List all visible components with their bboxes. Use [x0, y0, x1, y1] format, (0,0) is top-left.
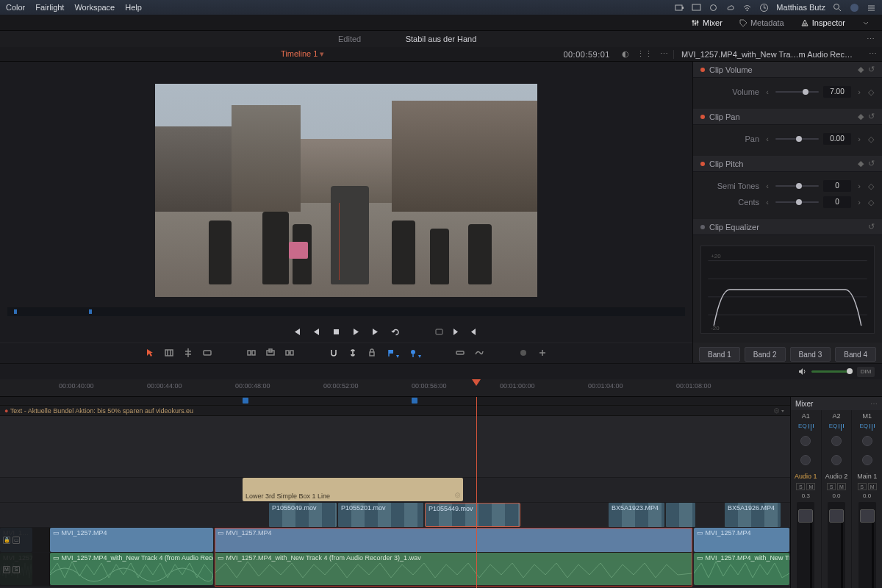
enable-dot-icon[interactable] — [700, 162, 705, 166]
a1-lane[interactable]: MS MVI_1257… ▭ MVI_1257.MP4_with_New Tra… — [0, 553, 790, 587]
mixer-options[interactable]: ⋯ — [870, 400, 878, 408]
eq-indicator[interactable]: EQ — [829, 423, 845, 431]
nudge-right-icon[interactable]: › — [856, 135, 863, 143]
header-options[interactable]: ⋯ — [867, 35, 875, 44]
mute-button[interactable]: M — [837, 483, 846, 490]
fader[interactable] — [828, 502, 845, 588]
timeline-name[interactable]: Timeline 1 ▾ — [272, 49, 333, 59]
menu-help[interactable]: Help — [125, 3, 142, 12]
metadata-toggle[interactable]: Metadata — [734, 17, 789, 29]
range-tool[interactable] — [164, 348, 174, 359]
reset-icon[interactable]: ↺ — [868, 222, 875, 232]
add-keyframe-icon[interactable]: ◆ — [858, 65, 864, 74]
track-head-a1[interactable]: MS — [0, 553, 50, 586]
v2-lane-title[interactable]: Lower 3rd Simple Box 1 Line ⦾ — [0, 478, 790, 503]
collapse-icon[interactable]: ⦾ ▾ — [774, 406, 784, 416]
arrow-tool[interactable] — [145, 348, 155, 359]
prev-clip-icon[interactable] — [292, 327, 301, 337]
gain-knob[interactable] — [862, 455, 872, 465]
timeline-ruler[interactable]: 00:00:40:0000:00:44:0000:00:48:0000:00:5… — [0, 379, 882, 397]
band-2-button[interactable]: Band 2 — [745, 347, 786, 362]
playhead-icon[interactable] — [472, 379, 481, 386]
blade-tool[interactable] — [183, 348, 193, 359]
marker-icon[interactable] — [243, 398, 248, 404]
pan-knob[interactable] — [831, 436, 842, 446]
audio-clip[interactable]: ▭ MVI_1257.MP4_with_New Track 4 (from Au… — [50, 553, 213, 585]
search-icon[interactable] — [833, 3, 842, 12]
play-icon[interactable] — [351, 327, 361, 337]
overwrite-tool[interactable] — [265, 348, 276, 359]
menu-icon[interactable] — [867, 3, 876, 12]
track-head-v1[interactable]: 🔒▭ — [0, 528, 50, 552]
clip-thumb[interactable]: P1055449.mov — [425, 503, 520, 527]
pan-value[interactable]: 0.00 — [823, 133, 851, 145]
mixer-toggle[interactable]: Mixer — [686, 17, 727, 29]
band-3-button[interactable]: Band 3 — [790, 347, 831, 362]
grid-icon[interactable]: ⋮⋮ — [638, 49, 651, 59]
sync-icon[interactable]: ◐ — [619, 49, 632, 59]
marker-tool[interactable]: ▾ — [408, 348, 421, 359]
clip-eq-header[interactable]: Clip Equalizer ↺ — [693, 219, 882, 235]
flag-tool[interactable]: ▾ — [386, 348, 399, 359]
clip-thumb[interactable]: P1055201.mov — [338, 503, 423, 527]
speaker-icon[interactable] — [797, 367, 807, 376]
gain-knob[interactable] — [800, 455, 811, 465]
marker-icon[interactable] — [412, 398, 417, 404]
nudge-right-icon[interactable]: › — [856, 198, 863, 207]
add-icon[interactable] — [537, 348, 548, 359]
viewer-scrubbar[interactable] — [7, 307, 685, 316]
clip-thumb[interactable]: BX5A1926.MP4 — [725, 503, 781, 527]
keyframe-icon[interactable]: ◇ — [867, 135, 875, 144]
clip-volume-header[interactable]: Clip Volume ◆↺ — [693, 62, 882, 78]
pan-slider[interactable] — [775, 138, 819, 140]
loop-icon[interactable] — [391, 327, 401, 337]
video-clip[interactable]: ▭ MVI_1257.MP4 — [50, 528, 213, 552]
add-keyframe-icon[interactable]: ◆ — [858, 112, 864, 121]
mute-button[interactable]: M — [806, 483, 815, 490]
nudge-left-icon[interactable]: ‹ — [764, 135, 771, 143]
mixer-channel[interactable]: M1 EQ Main 1 SM 0.0 — [852, 410, 882, 588]
video-preview[interactable] — [155, 84, 537, 297]
cents-value[interactable]: 0 — [823, 196, 851, 208]
v1-lane[interactable]: 🔒▭ MVI_1… ▭ MVI_1257.MP4 ▭ MVI_1257.MP4 … — [0, 528, 790, 553]
nudge-right-icon[interactable]: › — [856, 182, 863, 190]
mute-toggle[interactable]: M — [3, 566, 10, 573]
marker-lane[interactable] — [0, 397, 790, 406]
link-tool[interactable] — [348, 348, 358, 359]
lock-tool[interactable] — [367, 348, 377, 359]
automation-tool[interactable] — [474, 348, 484, 359]
next-marker-icon[interactable] — [451, 327, 461, 337]
timeline-tracks[interactable]: ● Text - Aktuelle Bundel Aktion: bis 50%… — [0, 397, 790, 588]
band-1-button[interactable]: Band 1 — [699, 347, 740, 362]
keyframe-icon[interactable]: ◇ — [867, 87, 875, 97]
auto-toggle[interactable]: ▭ — [12, 537, 20, 544]
record-icon[interactable] — [518, 348, 528, 359]
nudge-left-icon[interactable]: ‹ — [764, 198, 771, 207]
pan-knob[interactable] — [862, 436, 872, 446]
menu-workspace[interactable]: Workspace — [74, 3, 115, 12]
v2-lane-thumbs[interactable]: P1055049.mov P1055201.mov P1055449.mov B… — [0, 503, 790, 528]
play-reverse-icon[interactable] — [312, 327, 321, 337]
solo-button[interactable]: S — [858, 483, 867, 490]
reset-icon[interactable]: ↺ — [868, 112, 875, 121]
menu-color[interactable]: Color — [6, 3, 25, 12]
file-options[interactable]: ⋯ — [866, 49, 879, 59]
match-frame-icon[interactable] — [434, 327, 444, 337]
clip-thumb[interactable]: P1055049.mov — [269, 503, 337, 527]
user-icon[interactable] — [850, 3, 859, 12]
enable-dot-icon[interactable] — [700, 68, 705, 72]
clip-thumb[interactable] — [666, 503, 695, 527]
eq-indicator[interactable]: EQ — [859, 423, 875, 431]
nudge-left-icon[interactable]: ‹ — [764, 87, 771, 96]
stop-icon[interactable] — [331, 327, 341, 337]
add-keyframe-icon[interactable]: ◆ — [858, 159, 864, 168]
keyframe-icon[interactable]: ◇ — [867, 198, 875, 207]
insert-tool[interactable] — [246, 348, 257, 359]
text-track[interactable]: ● Text - Aktuelle Bundel Aktion: bis 50%… — [0, 406, 790, 416]
dim-button[interactable]: DIM — [857, 367, 875, 377]
pan-knob[interactable] — [800, 436, 811, 446]
title-clip[interactable]: Lower 3rd Simple Box 1 Line ⦾ — [243, 478, 463, 501]
audio-clip[interactable]: ▭ MVI_1257.MP4_with_New Track 4 (from Au… — [215, 553, 692, 585]
magnet-tool[interactable] — [329, 348, 339, 359]
options-icon[interactable]: ⋯ — [657, 49, 670, 59]
